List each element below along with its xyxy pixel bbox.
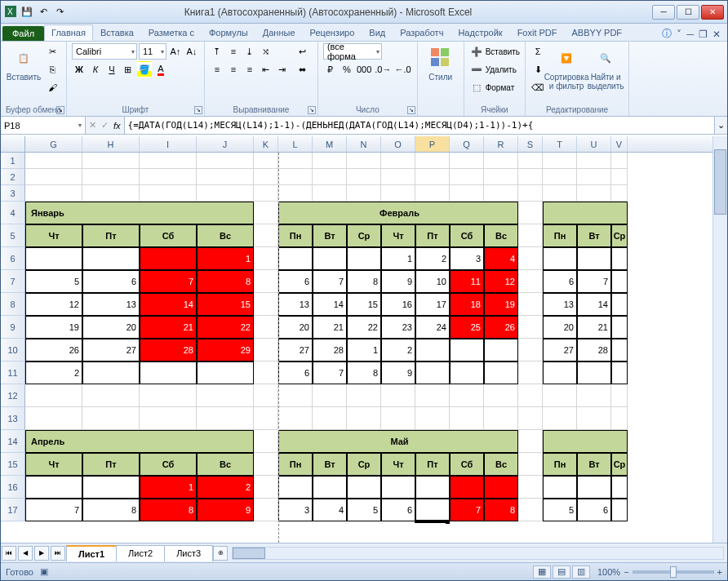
cell-R11[interactable] (484, 361, 518, 384)
cell-J5[interactable]: Вс (197, 224, 254, 247)
cell-O9[interactable]: 23 (381, 316, 415, 339)
cell-I15[interactable]: Сб (140, 453, 197, 476)
row-header-9[interactable]: 9 (1, 316, 25, 339)
cell-I8[interactable]: 14 (140, 293, 197, 316)
col-header-I[interactable]: I (140, 136, 197, 152)
cell-R8[interactable]: 19 (484, 293, 518, 316)
row-header-13[interactable]: 13 (1, 407, 25, 430)
delete-cells-button[interactable]: ➖ (469, 61, 484, 78)
cell-I7[interactable]: 7 (140, 270, 197, 293)
cell-P6[interactable]: 2 (415, 247, 450, 270)
col-header-S[interactable]: S (518, 136, 543, 152)
merge-button[interactable]: ⬌ (293, 61, 313, 78)
col-header-U[interactable]: U (577, 136, 611, 152)
cell-M17[interactable]: 4 (313, 499, 347, 521)
row-header-12[interactable]: 12 (1, 384, 25, 407)
cell-N7[interactable]: 8 (347, 270, 381, 293)
cell-N10[interactable]: 1 (347, 339, 381, 361)
cell-M16[interactable] (313, 476, 347, 499)
dec-decimal-button[interactable]: ←.0 (394, 61, 412, 78)
zoom-in-button[interactable]: + (717, 567, 722, 577)
cell-H6[interactable] (82, 247, 140, 270)
grow-font-button[interactable]: A↑ (168, 43, 183, 60)
cell-P9[interactable]: 24 (415, 316, 450, 339)
autosum-button[interactable]: Σ (530, 43, 545, 60)
row-header-3[interactable]: 3 (1, 185, 25, 202)
cell-M11[interactable]: 7 (313, 361, 347, 384)
align-top-button[interactable]: ⤒ (210, 43, 224, 60)
cell-J11[interactable] (197, 361, 254, 384)
cell-Q15[interactable]: Сб (450, 453, 484, 476)
cell-L15[interactable]: Пн (278, 453, 313, 476)
cell-R5[interactable]: Вс (484, 224, 518, 247)
tab-abbyy pdf[interactable]: ABBYY PDF (565, 24, 630, 41)
cell-O8[interactable]: 16 (381, 293, 415, 316)
orientation-button[interactable]: ⤭ (259, 43, 273, 60)
cell-Q6[interactable]: 3 (450, 247, 484, 270)
cell-Q8[interactable]: 18 (450, 293, 484, 316)
cell-V8[interactable] (611, 293, 628, 316)
view-normal-button[interactable]: ▦ (533, 565, 551, 579)
row-header-2[interactable]: 2 (1, 169, 25, 185)
cell-M5[interactable]: Вт (313, 224, 347, 247)
tab-формулы[interactable]: Формулы (202, 24, 255, 41)
tab-надстройк[interactable]: Надстройк (451, 24, 509, 41)
align-center-button[interactable]: ≡ (226, 61, 241, 78)
cell-I6[interactable] (140, 247, 197, 270)
font-name-combo[interactable]: Calibri (72, 43, 137, 60)
cell-J6[interactable]: 1 (197, 247, 254, 270)
cell-U6[interactable] (577, 247, 611, 270)
fill-button[interactable]: ⬇ (530, 61, 545, 78)
cell-N6[interactable] (347, 247, 381, 270)
maximize-button[interactable]: ☐ (677, 5, 699, 20)
ribbon-minimize-icon[interactable]: ˅ (677, 29, 681, 40)
cell-R9[interactable]: 26 (484, 316, 518, 339)
new-sheet-button[interactable]: ⊕ (213, 546, 228, 561)
row-header-5[interactable]: 5 (1, 224, 25, 247)
cell-J17[interactable]: 9 (197, 499, 254, 521)
cell-G15[interactable]: Чт (25, 453, 82, 476)
cell-T11[interactable] (543, 361, 577, 384)
row-header-11[interactable]: 11 (1, 361, 25, 384)
shrink-font-button[interactable]: A↓ (184, 43, 199, 60)
cell-O5[interactable]: Чт (381, 224, 415, 247)
cell-M9[interactable]: 21 (313, 316, 347, 339)
cell-H15[interactable]: Пт (82, 453, 140, 476)
cell-G6[interactable] (25, 247, 82, 270)
cell-G9[interactable]: 19 (25, 316, 82, 339)
cell-J9[interactable]: 22 (197, 316, 254, 339)
cell-J10[interactable]: 29 (197, 339, 254, 361)
col-header-M[interactable]: M (313, 136, 347, 152)
cell-G5[interactable]: Чт (25, 224, 82, 247)
cell-R16[interactable] (484, 476, 518, 499)
view-layout-button[interactable]: ▤ (553, 565, 570, 579)
cell-L14[interactable]: Май (278, 430, 518, 453)
cell-O6[interactable]: 1 (381, 247, 415, 270)
cell-I17[interactable]: 8 (140, 499, 197, 521)
cell-T7[interactable]: 6 (543, 270, 577, 293)
cell-P10[interactable] (415, 339, 450, 361)
cell-G8[interactable]: 12 (25, 293, 82, 316)
vertical-scrollbar[interactable] (712, 136, 727, 543)
cell-P8[interactable]: 17 (415, 293, 450, 316)
cell-G17[interactable]: 7 (25, 499, 82, 521)
cell-V10[interactable] (611, 339, 628, 361)
percent-button[interactable]: % (340, 61, 354, 78)
cell-N9[interactable]: 22 (347, 316, 381, 339)
cell-L11[interactable]: 6 (278, 361, 313, 384)
cell-P7[interactable]: 10 (415, 270, 450, 293)
sheet-tab-Лист2[interactable]: Лист2 (116, 545, 165, 561)
cell-L9[interactable]: 20 (278, 316, 313, 339)
cell-Q11[interactable] (450, 361, 484, 384)
cell-G11[interactable]: 2 (25, 361, 82, 384)
cell-L6[interactable] (278, 247, 313, 270)
tab-вид[interactable]: Вид (362, 24, 393, 41)
row-header-6[interactable]: 6 (1, 247, 25, 270)
cell-T5[interactable]: Пн (543, 224, 577, 247)
mdi-close-icon[interactable]: ✕ (712, 29, 721, 40)
cell-G4[interactable]: Январь (25, 202, 254, 224)
sheet-nav-prev[interactable]: ◀ (18, 546, 33, 561)
cell-U11[interactable] (577, 361, 611, 384)
row-header-7[interactable]: 7 (1, 270, 25, 293)
cell-N5[interactable]: Ср (347, 224, 381, 247)
